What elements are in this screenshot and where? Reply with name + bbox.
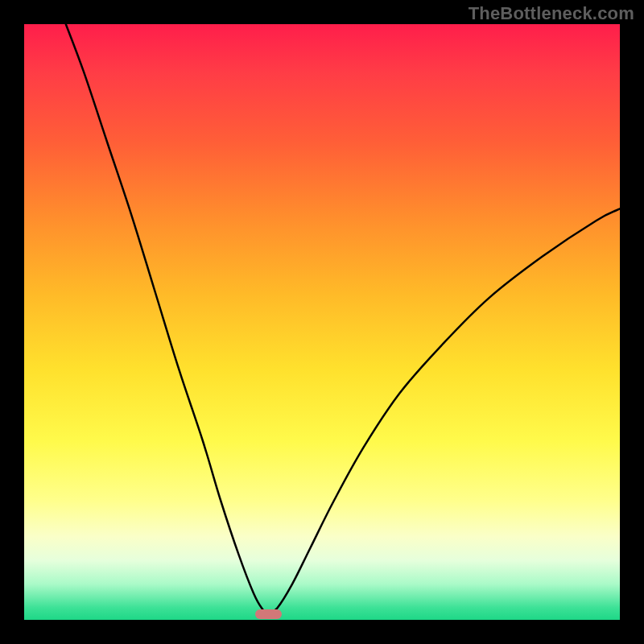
watermark-text: TheBottleneck.com (469, 3, 634, 24)
curve-right-branch (268, 208, 620, 613)
chart-frame: TheBottleneck.com (0, 0, 644, 644)
bottleneck-marker (255, 609, 282, 619)
curve-left-branch (66, 24, 269, 614)
bottleneck-curve (24, 24, 620, 620)
plot-area (24, 24, 620, 620)
